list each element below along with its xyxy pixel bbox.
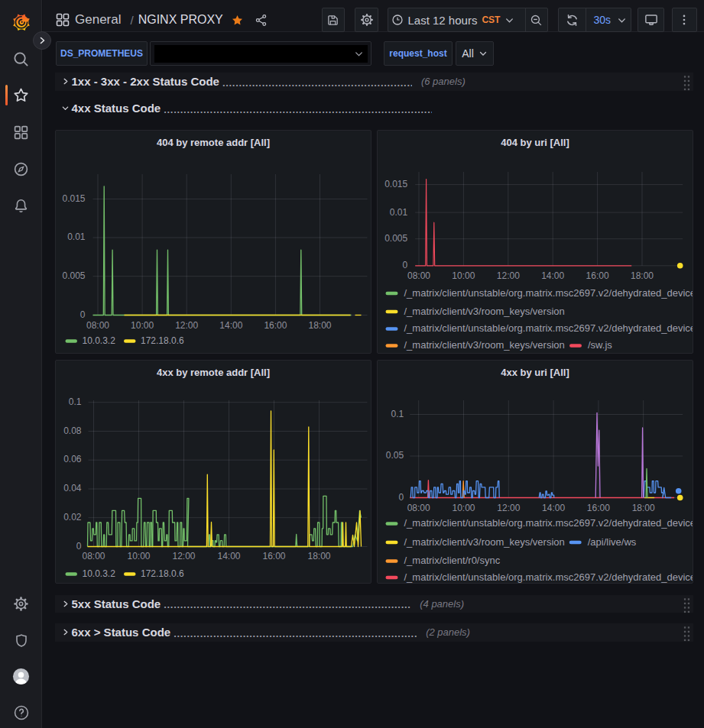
svg-text:/api/live/ws: /api/live/ws — [587, 536, 636, 548]
svg-text:/_matrix/client/unstable/org.m: /_matrix/client/unstable/org.matrix.msc2… — [404, 517, 693, 529]
svg-text:14:00: 14:00 — [541, 270, 564, 281]
svg-text:16:00: 16:00 — [264, 320, 287, 331]
svg-text:0.01: 0.01 — [67, 231, 86, 242]
svg-text:12:00: 12:00 — [497, 503, 520, 513]
svg-text:10:00: 10:00 — [452, 503, 475, 513]
svg-text:18:00: 18:00 — [631, 270, 654, 281]
svg-text:172.18.0.6: 172.18.0.6 — [141, 568, 184, 579]
svg-text:0.1: 0.1 — [68, 396, 81, 407]
svg-text:/_matrix/client/v3/room_keys/v: /_matrix/client/v3/room_keys/version — [404, 306, 564, 317]
svg-text:12:00: 12:00 — [175, 320, 198, 331]
svg-text:0: 0 — [398, 492, 404, 503]
svg-text:0.1: 0.1 — [391, 409, 404, 419]
svg-text:0.01: 0.01 — [390, 207, 408, 218]
svg-text:10.0.3.2: 10.0.3.2 — [82, 568, 115, 579]
svg-text:10:00: 10:00 — [127, 551, 150, 561]
svg-text:172.18.0.6: 172.18.0.6 — [141, 335, 184, 346]
svg-text:0.02: 0.02 — [63, 512, 82, 523]
svg-text:0.005: 0.005 — [384, 233, 407, 244]
svg-text:404 by uri [All]: 404 by uri [All] — [501, 137, 569, 148]
svg-text:14:00: 14:00 — [219, 320, 242, 331]
svg-text:12:00: 12:00 — [497, 270, 520, 281]
svg-text:18:00: 18:00 — [307, 551, 330, 561]
svg-text:10.0.3.2: 10.0.3.2 — [82, 335, 115, 346]
svg-text:16:00: 16:00 — [586, 270, 608, 281]
svg-text:/_matrix/client/r0/sync: /_matrix/client/r0/sync — [404, 555, 500, 566]
svg-text:404 by remote addr [All]: 404 by remote addr [All] — [156, 137, 269, 148]
svg-text:/_matrix/client/v3/room_keys/v: /_matrix/client/v3/room_keys/version — [404, 536, 564, 548]
svg-text:0.05: 0.05 — [386, 450, 404, 461]
svg-text:0.015: 0.015 — [62, 193, 85, 204]
svg-text:16:00: 16:00 — [262, 551, 285, 561]
svg-text:08:00: 08:00 — [82, 551, 105, 561]
svg-text:/_matrix/client/unstable/org.m: /_matrix/client/unstable/org.matrix.msc2… — [404, 287, 693, 299]
svg-text:10:00: 10:00 — [131, 320, 154, 331]
svg-text:0.005: 0.005 — [62, 270, 85, 281]
svg-text:08:00: 08:00 — [407, 270, 430, 281]
svg-text:4xx by remote addr [All]: 4xx by remote addr [All] — [156, 367, 269, 378]
svg-text:10:00: 10:00 — [452, 270, 475, 281]
svg-text:/sw.js: /sw.js — [588, 339, 612, 351]
svg-text:0: 0 — [76, 541, 81, 552]
svg-text:08:00: 08:00 — [86, 320, 109, 331]
svg-text:14:00: 14:00 — [542, 503, 565, 513]
svg-text:0.08: 0.08 — [63, 425, 82, 436]
svg-text:0: 0 — [79, 309, 85, 320]
svg-text:12:00: 12:00 — [172, 551, 195, 561]
svg-text:0.06: 0.06 — [63, 454, 82, 464]
svg-text:16:00: 16:00 — [587, 503, 610, 513]
svg-text:4xx by uri [All]: 4xx by uri [All] — [501, 367, 569, 378]
svg-text:18:00: 18:00 — [631, 503, 654, 513]
svg-text:08:00: 08:00 — [407, 503, 430, 513]
svg-text:0: 0 — [402, 260, 407, 270]
svg-text:14:00: 14:00 — [217, 551, 240, 561]
svg-text:/_matrix/client/v3/room_keys/v: /_matrix/client/v3/room_keys/version — [404, 339, 564, 351]
svg-text:/_matrix/client/unstable/org.m: /_matrix/client/unstable/org.matrix.msc2… — [404, 571, 693, 583]
svg-text:0.015: 0.015 — [384, 179, 407, 189]
svg-text:18:00: 18:00 — [308, 320, 331, 331]
svg-text:0.04: 0.04 — [63, 483, 82, 493]
svg-text:/_matrix/client/unstable/org.m: /_matrix/client/unstable/org.matrix.msc2… — [404, 322, 693, 334]
